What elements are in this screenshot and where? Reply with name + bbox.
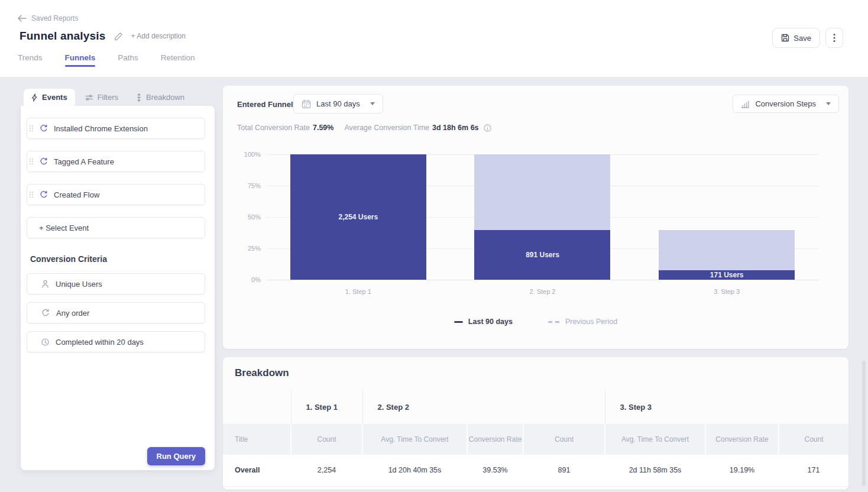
chart-legend: Last 90 days Previous Period — [223, 318, 848, 326]
column-header: Count — [779, 424, 848, 455]
y-axis-tick: 100% — [223, 151, 261, 158]
funnel-step-slot: 891 Users — [451, 154, 635, 280]
tab-breakdown-label: Breakdown — [146, 93, 184, 102]
criteria-counting-method[interactable]: Unique Users — [27, 273, 205, 294]
drag-handle-icon[interactable] — [30, 125, 34, 132]
query-builder-panel: Installed Chrome ExtensionTagged A Featu… — [21, 106, 215, 470]
avg-time-value: 3d 18h 6m 6s — [432, 124, 479, 132]
drag-handle-icon[interactable] — [30, 192, 34, 198]
gridline — [266, 280, 819, 280]
y-axis-tick: 50% — [223, 213, 261, 221]
column-header: Count — [523, 424, 605, 455]
loop-icon — [40, 190, 48, 199]
y-axis-tick: 0% — [223, 276, 261, 283]
legend-item-previous-period[interactable]: Previous Period — [548, 318, 617, 326]
tab-retention[interactable]: Retention — [161, 53, 195, 70]
x-axis-label: 3. Step 3 — [634, 288, 819, 295]
event-label: Tagged A Feature — [54, 157, 114, 166]
criteria-label: Any order — [56, 309, 89, 318]
total-rate-label: Total Conversion Rate — [237, 124, 310, 132]
tab-filters-label: Filters — [98, 93, 118, 102]
column-header: Title — [223, 424, 291, 455]
funnel-step-slot: 171 Users — [634, 154, 819, 280]
column-header: Conversion Rate — [467, 424, 523, 455]
back-to-saved-reports[interactable]: Saved Reports — [18, 14, 78, 22]
breakdown-table: 1. Step 1 2. Step 2 3. Step 3 TitleCount… — [223, 390, 848, 487]
breakdown-heading: Breakdown — [235, 367, 289, 379]
avg-time-label: Average Conversion Time — [344, 124, 429, 132]
group-header-step3: 3. Step 3 — [605, 390, 848, 424]
previous-step-segment — [659, 230, 795, 270]
legend-item-current-period[interactable]: Last 90 days — [454, 318, 513, 326]
run-query-button[interactable]: Run Query — [147, 447, 205, 465]
column-header: Count — [291, 424, 362, 455]
builder-tabs: Events Filters Breakdown — [24, 89, 192, 106]
edit-title-icon[interactable] — [114, 32, 123, 41]
main-canvas: Events Filters Breakdown Installed Chrom… — [0, 77, 868, 492]
event-card[interactable]: Installed Chrome Extension — [27, 118, 205, 139]
vertical-scrollbar[interactable] — [862, 361, 866, 486]
dashed-line-swatch-icon — [548, 321, 560, 323]
group-header-step2: 2. Step 2 — [362, 390, 605, 424]
x-axis-labels: 1. Step 12. Step 23. Step 3 — [266, 288, 819, 297]
table-cell: 2d 11h 58m 35s — [605, 455, 705, 486]
column-header: Avg. Time To Convert — [605, 424, 705, 455]
y-axis-tick: 75% — [223, 182, 261, 189]
column-header: Conversion Rate — [705, 424, 779, 455]
tab-breakdown[interactable]: Breakdown — [128, 89, 192, 106]
date-range-dropdown[interactable]: Last 90 days — [293, 94, 383, 114]
chevron-down-icon — [370, 102, 375, 105]
criteria-conversion-window[interactable]: Completed within 20 days — [27, 331, 205, 352]
tab-filters[interactable]: Filters — [77, 89, 126, 106]
page-title: Funnel analysis — [20, 30, 106, 43]
save-icon — [781, 34, 789, 42]
funnel-analysis-page: Saved Reports Funnel analysis + Add desc… — [0, 0, 868, 492]
event-label: Created Flow — [54, 190, 99, 199]
calendar-icon — [302, 99, 311, 109]
table-cell: Overall — [223, 455, 291, 486]
legend-label: Last 90 days — [468, 318, 513, 326]
average-conversion-time: Average Conversion Time 3d 18h 6m 6s — [344, 124, 491, 132]
view-selector-dropdown[interactable]: Conversion Steps — [733, 95, 839, 113]
filters-icon — [85, 94, 93, 101]
funnel-bar[interactable]: 171 Users — [659, 154, 795, 280]
save-label: Save — [793, 34, 811, 43]
plot-area: 2,254 Users891 Users171 Users — [266, 154, 819, 280]
loop-icon — [40, 157, 48, 166]
tab-events[interactable]: Events — [24, 89, 75, 106]
clock-icon — [41, 338, 49, 346]
add-description-button[interactable]: + Add description — [131, 32, 186, 40]
funnel-chart-panel: Entered Funnel Last 90 days Conversion S… — [223, 86, 848, 349]
group-header-empty — [223, 390, 291, 424]
table-cell: 19.19% — [705, 455, 779, 486]
funnel-bar[interactable]: 891 Users — [474, 154, 610, 280]
solid-line-swatch-icon — [454, 321, 463, 323]
table-row[interactable]: Overall2,2541d 20h 40m 35s39.53%8912d 11… — [223, 455, 848, 486]
criteria-label: Unique Users — [56, 280, 102, 289]
select-event-button[interactable]: + Select Event — [27, 217, 205, 238]
back-label: Saved Reports — [31, 14, 78, 22]
criteria-step-order[interactable]: Any order — [27, 302, 205, 323]
more-options-button[interactable] — [825, 28, 843, 48]
tab-trends[interactable]: Trends — [18, 53, 43, 70]
lightning-icon — [31, 93, 38, 102]
save-button[interactable]: Save — [772, 28, 820, 48]
tab-paths[interactable]: Paths — [118, 53, 138, 70]
event-card[interactable]: Tagged A Feature — [27, 151, 205, 172]
report-tabs: Trends Funnels Paths Retention — [18, 53, 195, 70]
criteria-label: Completed within 20 days — [56, 338, 144, 347]
funnel-bar[interactable]: 2,254 Users — [290, 154, 426, 280]
table-cell: 39.53% — [467, 455, 523, 486]
total-rate-value: 7.59% — [313, 124, 333, 132]
tab-funnels[interactable]: Funnels — [65, 53, 96, 70]
tab-events-label: Events — [42, 93, 67, 102]
loop-icon — [40, 124, 48, 132]
loop-icon — [41, 309, 50, 317]
event-card[interactable]: Created Flow — [27, 184, 205, 205]
info-icon[interactable] — [484, 124, 491, 132]
table-cell: 2,254 — [291, 455, 362, 486]
drag-handle-icon[interactable] — [30, 158, 34, 165]
date-range-value: Last 90 days — [316, 99, 360, 108]
table-column-header-row: TitleCountAvg. Time To ConvertConversion… — [223, 424, 848, 455]
group-header-step1: 1. Step 1 — [291, 390, 362, 424]
